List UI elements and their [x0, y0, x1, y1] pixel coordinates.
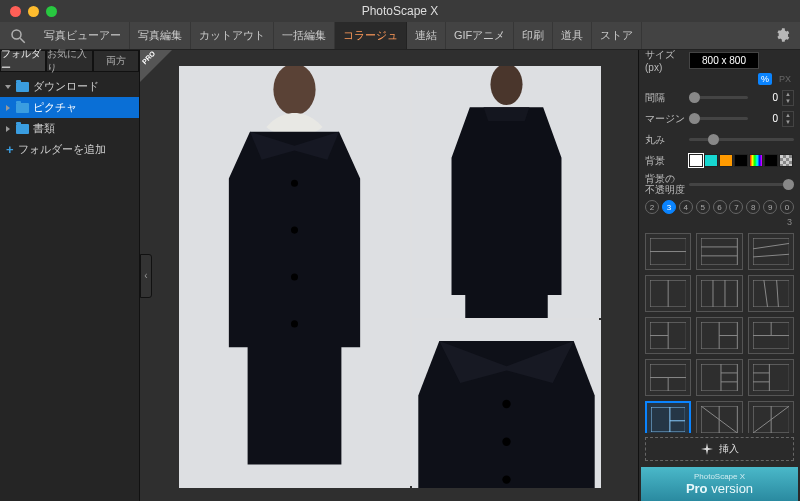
count-5[interactable]: 5 — [696, 200, 710, 214]
maximize-window-button[interactable] — [46, 6, 57, 17]
svg-point-7 — [291, 320, 298, 327]
menu-0[interactable]: 写真ビューアー — [36, 22, 130, 49]
template-12[interactable] — [645, 401, 691, 433]
spacing-slider[interactable] — [689, 96, 748, 99]
sidebar-tab-2[interactable]: 両方 — [93, 50, 139, 72]
plus-icon: + — [6, 142, 14, 157]
window-controls — [0, 6, 57, 17]
swatch-transparent[interactable] — [779, 154, 793, 167]
margin-label: マージン — [645, 112, 685, 126]
margin-stepper[interactable]: ▲▼ — [782, 111, 794, 127]
minimize-window-button[interactable] — [28, 6, 39, 17]
roundness-row: 丸み — [639, 129, 800, 150]
expand-icon[interactable] — [6, 105, 10, 111]
count-7[interactable]: 7 — [729, 200, 743, 214]
count-2[interactable]: 2 — [645, 200, 659, 214]
template-5[interactable] — [748, 275, 794, 312]
size-value[interactable]: 800 x 800 — [689, 52, 759, 69]
menu-9[interactable]: ストア — [592, 22, 642, 49]
swatch-black[interactable] — [764, 154, 778, 167]
template-13[interactable] — [696, 401, 742, 433]
folder-label: 書類 — [33, 121, 55, 136]
svg-point-13 — [502, 475, 510, 483]
menu-8[interactable]: 道具 — [553, 22, 592, 49]
app-title: PhotoScape X — [362, 4, 439, 18]
bg-opacity-slider[interactable] — [689, 183, 794, 186]
svg-rect-19 — [753, 238, 789, 265]
template-4[interactable] — [696, 275, 742, 312]
menu-4[interactable]: コラージュ — [335, 22, 407, 49]
svg-rect-42 — [701, 364, 737, 391]
percent-button[interactable]: % — [758, 73, 772, 85]
count-9[interactable]: 9 — [763, 200, 777, 214]
settings-icon[interactable] — [774, 27, 790, 45]
folder-icon — [16, 82, 29, 92]
menu-7[interactable]: 印刷 — [514, 22, 553, 49]
margin-slider[interactable] — [689, 117, 748, 120]
add-folder-button[interactable]: +フォルダーを追加 — [0, 139, 139, 160]
count-0[interactable]: 0 — [780, 200, 794, 214]
sidebar-tabs: フォルダーお気に入り両方 — [0, 50, 139, 72]
svg-point-12 — [502, 437, 510, 445]
count-8[interactable]: 8 — [746, 200, 760, 214]
menu-5[interactable]: 連結 — [407, 22, 446, 49]
insert-label: 挿入 — [719, 442, 739, 456]
count-4[interactable]: 4 — [679, 200, 693, 214]
menu-2[interactable]: カットアウト — [191, 22, 274, 49]
expand-icon[interactable] — [5, 85, 11, 89]
count-6[interactable]: 6 — [713, 200, 727, 214]
collage-cell-3[interactable] — [412, 320, 601, 488]
template-count: 3 — [639, 217, 800, 229]
swatch-3[interactable] — [734, 154, 748, 167]
pro-version-banner[interactable]: PhotoScape X Pro version — [641, 467, 798, 501]
folder-icon — [16, 103, 29, 113]
sidebar-tab-0[interactable]: フォルダー — [0, 50, 46, 72]
main-menu-bar: 写真ビューアー写真編集カットアウト一括編集コラージュ連結GIFアニメ印刷道具スト… — [0, 22, 800, 50]
count-3[interactable]: 3 — [662, 200, 676, 214]
swatch-2[interactable] — [719, 154, 733, 167]
svg-line-21 — [753, 254, 789, 257]
sparkle-icon — [701, 443, 713, 455]
menu-1[interactable]: 写真編集 — [130, 22, 191, 49]
menu-6[interactable]: GIFアニメ — [446, 22, 514, 49]
template-11[interactable] — [748, 359, 794, 396]
app-logo-icon[interactable] — [6, 24, 30, 48]
roundness-slider[interactable] — [689, 138, 794, 141]
pixel-button[interactable]: PX — [776, 73, 794, 85]
collage-cell-2[interactable] — [412, 66, 601, 318]
template-7[interactable] — [696, 317, 742, 354]
pro-banner-line1: PhotoScape X — [694, 472, 745, 481]
swatch-gradient[interactable] — [749, 154, 763, 167]
folder-item-0[interactable]: ダウンロード — [0, 76, 139, 97]
insert-button[interactable]: 挿入 — [645, 437, 794, 461]
collage-cell-1[interactable] — [179, 66, 410, 488]
collapse-sidebar-button[interactable]: ‹ — [140, 254, 152, 298]
swatch-1[interactable] — [704, 154, 718, 167]
swatch-0[interactable] — [689, 154, 703, 167]
svg-rect-27 — [753, 280, 789, 307]
svg-point-11 — [502, 399, 510, 407]
folder-item-1[interactable]: ピクチャ — [0, 97, 139, 118]
template-3[interactable] — [645, 275, 691, 312]
close-window-button[interactable] — [10, 6, 21, 17]
template-9[interactable] — [645, 359, 691, 396]
sidebar-tab-1[interactable]: お気に入り — [46, 50, 92, 72]
template-6[interactable] — [645, 317, 691, 354]
folder-icon — [16, 124, 29, 134]
template-0[interactable] — [645, 233, 691, 270]
expand-icon[interactable] — [6, 126, 10, 132]
template-10[interactable] — [696, 359, 742, 396]
spacing-stepper[interactable]: ▲▼ — [782, 90, 794, 106]
menu-3[interactable]: 一括編集 — [274, 22, 335, 49]
template-8[interactable] — [748, 317, 794, 354]
template-14[interactable] — [748, 401, 794, 433]
properties-panel: サイズ (px) 800 x 800 % PX 間隔 0 ▲▼ マージン 0 ▲… — [638, 50, 800, 501]
background-label: 背景 — [645, 154, 685, 168]
pro-banner-line2: Pro version — [686, 481, 753, 496]
folder-item-2[interactable]: 書類 — [0, 118, 139, 139]
svg-rect-50 — [651, 407, 685, 432]
collage-preview[interactable] — [179, 66, 599, 486]
svg-line-1 — [20, 38, 25, 43]
template-1[interactable] — [696, 233, 742, 270]
template-2[interactable] — [748, 233, 794, 270]
